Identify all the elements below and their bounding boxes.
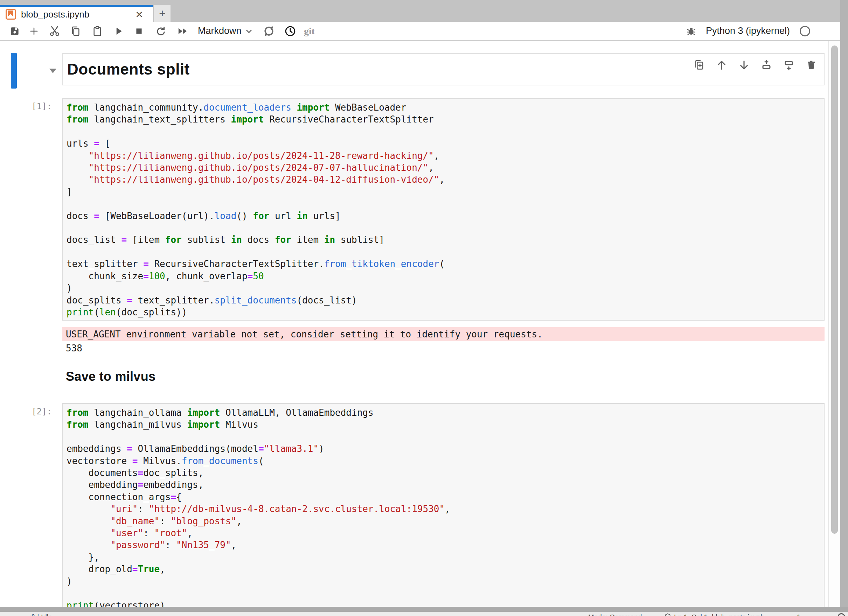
code-cell-2-editor[interactable]: from langchain_ollama import OllamaLLM, … [62, 403, 824, 616]
duplicate-cell-button[interactable] [692, 58, 706, 72]
notebook-toolbar: Markdown git Python 3 (ipykerne [0, 22, 840, 41]
restart-run-all-button[interactable] [175, 22, 190, 40]
code-line: print(len(doc_splits)) [67, 306, 824, 318]
notification-bell-icon[interactable] [838, 613, 845, 616]
insert-cell-below-button[interactable] [782, 58, 796, 72]
code-line: }, [67, 551, 824, 563]
sync-icon [262, 25, 275, 37]
status-filename: blob_posts.ipynb [712, 613, 764, 616]
cut-button[interactable] [47, 22, 62, 40]
kernel-status-circle-icon[interactable] [799, 25, 811, 37]
code-line: connection_args={ [67, 491, 824, 503]
window-edge [840, 0, 848, 607]
code-line [67, 198, 824, 210]
insert-cell-below-icon [783, 59, 795, 71]
bug-icon[interactable] [686, 25, 697, 37]
code-line: docs = [WebBaseLoader(url).load() for ur… [67, 210, 824, 222]
restart-kernel-icon [155, 25, 166, 37]
tab-title: blob_posts.ipynb [21, 9, 89, 20]
cell-type-value: Markdown [198, 25, 242, 36]
stop-icon [134, 26, 144, 36]
stdout-output: 538 [66, 342, 82, 354]
save-icon [9, 25, 20, 37]
code-line [67, 126, 824, 138]
notebook-file-icon [6, 9, 16, 19]
save-button[interactable] [8, 22, 22, 40]
kernel-name[interactable]: Python 3 (ipykernel) [706, 25, 790, 36]
heading-documents-split: Documents split [67, 61, 190, 78]
add-icon [28, 25, 40, 37]
code-cell-1-editor[interactable]: from langchain_community.document_loader… [62, 98, 824, 321]
code-line: chunk_size=100, chunk_overlap=50 [67, 270, 824, 282]
delete-cell-icon [806, 59, 817, 71]
run-icon [113, 26, 124, 36]
command-mode-indicator[interactable]: Mode: Command [588, 613, 642, 616]
trust-shield-icon [664, 613, 671, 616]
bottom-divider-bar [0, 607, 848, 612]
code-line [67, 587, 824, 599]
cut-icon [49, 25, 61, 37]
heading-save-to-milvus: Save to milvus [66, 369, 156, 384]
code-line: docs_list = [item for sublist in docs fo… [67, 234, 824, 246]
cell-toolbar [692, 57, 818, 73]
cell-type-dropdown[interactable]: Markdown [198, 22, 242, 40]
kernel-status-text: d) | Idle [29, 613, 52, 616]
input-prompt-2: [2]: [0, 407, 52, 416]
cell-type-dropdown-arrow[interactable] [243, 22, 255, 40]
status-bar: d) | Idle Mode: Command Ln 1, Col 1 blob… [0, 612, 848, 616]
notebook-panel: Documents split [0, 41, 840, 607]
code-line: drop_old=True, [67, 563, 824, 575]
insert-cell-above-icon [761, 59, 772, 71]
restart-kernel-button[interactable] [153, 22, 168, 40]
code-line [67, 246, 824, 258]
copy-button[interactable] [69, 22, 83, 40]
insert-cell-above-button[interactable] [760, 58, 773, 72]
paste-button[interactable] [90, 22, 104, 40]
chevron-down-icon [245, 27, 254, 36]
stop-button[interactable] [132, 22, 146, 40]
code-line [67, 431, 824, 443]
code-line: ] [67, 186, 824, 198]
copy-icon [70, 25, 81, 37]
code-line: embeddings = OllamaEmbeddings(model="lla… [67, 443, 824, 455]
fast-forward-icon [177, 26, 189, 36]
close-icon[interactable]: ✕ [135, 9, 143, 20]
notification-count[interactable]: 1 [797, 613, 801, 616]
code-line: "user": "root", [67, 527, 824, 539]
history-clock-icon [284, 25, 296, 37]
move-cell-down-icon [738, 59, 750, 71]
input-prompt-1: [1]: [0, 102, 52, 111]
paste-icon [92, 25, 103, 37]
delete-cell-button[interactable] [805, 58, 818, 72]
code-line [67, 222, 824, 234]
move-cell-down-button[interactable] [737, 58, 751, 72]
run-button[interactable] [112, 22, 126, 40]
code-line: embedding=embeddings, [67, 479, 824, 491]
add-cell-button[interactable] [27, 22, 41, 40]
stderr-output: USER_AGENT environment variable not set,… [62, 327, 824, 341]
code-line: documents=doc_splits, [67, 467, 824, 479]
code-line: ) [67, 575, 824, 587]
cell-collapser-bar[interactable] [11, 53, 17, 89]
new-tab-button[interactable]: + [154, 5, 170, 22]
heading-collapse-arrow-icon[interactable] [49, 69, 56, 73]
scrollbar-thumb[interactable] [831, 46, 838, 534]
git-button[interactable]: git [304, 22, 315, 40]
history-button[interactable] [283, 22, 298, 40]
code-line: doc_splits = text_splitter.split_documen… [67, 294, 824, 306]
code-line: "https://lilianweng.github.io/posts/2024… [67, 150, 824, 162]
code-line: "https://lilianweng.github.io/posts/2024… [67, 173, 824, 185]
tab-blob-posts[interactable]: blob_posts.ipynb ✕ [0, 5, 153, 22]
kernel-area: Python 3 (ipykernel) [686, 22, 811, 40]
move-cell-up-icon [716, 59, 728, 71]
sync-button[interactable] [261, 22, 277, 40]
code-line: "db_name": "blog_posts", [67, 515, 824, 527]
move-cell-up-button[interactable] [715, 58, 728, 72]
code-line: text_splitter = RecursiveCharacterTextSp… [67, 258, 824, 270]
git-label: git [304, 25, 315, 37]
cursor-position[interactable]: Ln 1, Col 1 [674, 613, 708, 616]
code-line: "password": "Nn135_79", [67, 539, 824, 551]
markdown-cell-save-to-milvus[interactable]: Save to milvus [66, 369, 156, 384]
code-line: urls = [ [67, 138, 824, 150]
tab-bar: blob_posts.ipynb ✕ + [0, 0, 848, 22]
